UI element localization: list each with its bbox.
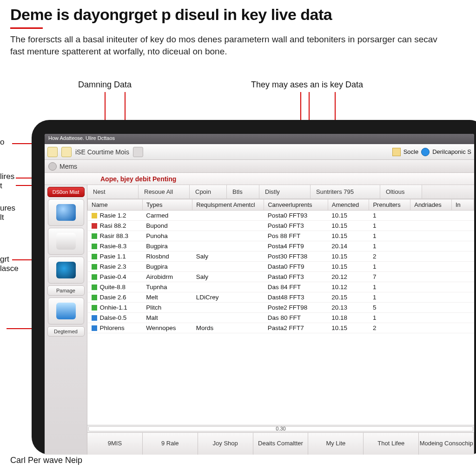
column-header[interactable]: Requlspment Amentcl xyxy=(192,199,264,211)
bottom-tab-mylite[interactable]: My Lite xyxy=(308,433,364,455)
table-row[interactable]: Onhie-1.1PlitchPoste2 FFT9820.135 xyxy=(88,303,474,313)
cell: 10.15 xyxy=(328,262,369,272)
cell: Post30 FFT38 xyxy=(264,251,328,262)
cell: Pasta0 FFT3 xyxy=(264,272,328,282)
column-header[interactable]: Types xyxy=(142,199,192,211)
cell xyxy=(451,303,474,313)
table-row[interactable]: Rasi 88.2BupondPosta0 FFT310.151 xyxy=(88,221,474,231)
cell xyxy=(410,211,452,221)
table-row[interactable]: Dalse-0.5MaltDas 80 FFT10.181 xyxy=(88,313,474,323)
cell xyxy=(192,262,264,272)
filter-btls[interactable]: Btls xyxy=(227,185,259,198)
gear-icon[interactable] xyxy=(48,162,57,171)
cell: 10.15 xyxy=(328,323,369,333)
filter-nest[interactable]: Nest xyxy=(87,185,139,198)
note-icon[interactable] xyxy=(392,148,401,156)
table-row[interactable]: Rasir 88.3PunohaPos 88 FFT10.151 xyxy=(88,231,474,241)
cell: 1 xyxy=(369,231,410,241)
cell xyxy=(451,313,474,323)
cell: Posta0 FFT3 xyxy=(264,221,328,231)
cell: Phlorens xyxy=(88,323,143,333)
column-header[interactable]: Amencted xyxy=(328,199,369,211)
cell: Pasta2 FFT7 xyxy=(264,323,328,333)
edge-label-2a: ures xyxy=(0,204,15,213)
cell xyxy=(192,241,264,251)
table-row[interactable]: Rasie 2.3BugpiraDasta0 FFT910.151 xyxy=(88,262,474,272)
bottom-tab-thot[interactable]: Thot Lifee xyxy=(364,433,419,455)
edge-label-0: o xyxy=(0,138,4,147)
cell: Poste2 FFT98 xyxy=(264,303,328,313)
filter-oltious[interactable]: Oltious xyxy=(380,185,422,198)
sidebar-btn-globe[interactable] xyxy=(48,199,84,226)
bottom-tab-deaits[interactable]: Deaits Comaltter xyxy=(253,433,309,455)
cell: Posta0 FFT93 xyxy=(264,211,328,221)
cell: Posta4 FFT9 xyxy=(264,241,328,251)
sidebar-btn-monitor[interactable] xyxy=(48,298,84,324)
tab-mems[interactable]: Mems xyxy=(60,163,77,170)
subheader: Aope, bjey debit Penting xyxy=(45,173,474,185)
cell: 7 xyxy=(369,272,410,282)
edge-label-3b: lasce xyxy=(0,264,19,273)
scroll-position: 0.30 xyxy=(276,426,285,431)
sidebar-btn-degtemed[interactable]: Degtemed xyxy=(47,326,85,337)
sidebar-btn-dsoon[interactable]: DS0on Miat xyxy=(47,187,85,197)
window-titlebar: How Adatteose. Ulire Dcttaos xyxy=(45,134,474,144)
cell: Rasir 88.3 xyxy=(88,231,143,241)
column-header[interactable]: In xyxy=(451,199,474,211)
table-row[interactable]: PhlorensWennopesMordsPasta2 FFT710.152 xyxy=(88,323,474,333)
column-header[interactable]: Canveerluprents xyxy=(264,199,328,211)
info-icon[interactable] xyxy=(421,148,430,156)
cell: 1 xyxy=(369,221,410,231)
cell xyxy=(192,313,264,323)
table-row[interactable]: Pasie-0.4AirobidrmSalyPasta0 FFT320.127 xyxy=(88,272,474,282)
table-row[interactable]: Rasie 1.2CarmedPosta0 FFT9310.151 xyxy=(88,211,474,221)
cell xyxy=(451,262,474,272)
bottom-tab-joyshop[interactable]: Joy Shop xyxy=(198,433,253,455)
table-row[interactable]: Pasie 1.1RlosbndSalyPost30 FFT3810.152 xyxy=(88,251,474,262)
cell xyxy=(192,282,264,292)
bottom-tab-9rale[interactable]: 9 Rale xyxy=(143,433,198,455)
callout-bottom: Carl Per wave Neip xyxy=(10,456,82,465)
main-panel: Nest Resoue All Cpoin Btls Distly Suntri… xyxy=(87,185,474,455)
cell xyxy=(451,251,474,262)
cell: Dasta0 FFT9 xyxy=(264,262,328,272)
edge-label-1a: lires xyxy=(0,172,14,181)
horizontal-scrollbar[interactable]: 0.30 xyxy=(87,425,474,432)
column-header[interactable]: Andriades xyxy=(410,199,452,211)
sidebar-btn-swirl[interactable] xyxy=(48,257,84,284)
table-row[interactable]: Dasie 2.6MeltLDiCreyDast48 FFT320.151 xyxy=(88,292,474,303)
filter-resoue-all[interactable]: Resoue All xyxy=(139,185,190,198)
cell xyxy=(410,303,452,313)
menubar-right-2[interactable]: Derilcaponic S xyxy=(432,148,471,155)
bottom-tab-9mis[interactable]: 9MIS xyxy=(87,433,143,455)
sidebar-btn-pamage[interactable]: Pamage xyxy=(47,285,85,296)
filterbar: Nest Resoue All Cpoin Btls Distly Suntri… xyxy=(87,185,474,199)
cell xyxy=(451,323,474,333)
document-icon[interactable] xyxy=(133,147,143,157)
app-icon[interactable] xyxy=(47,147,58,157)
filter-cpoin[interactable]: Cpoin xyxy=(190,185,227,198)
cell: Rasie 2.3 xyxy=(88,262,143,272)
table-row[interactable]: Rasie-8.3BugpiraPosta4 FFT920.141 xyxy=(88,241,474,251)
cell xyxy=(410,262,452,272)
filter-suntriters[interactable]: Suntriters 795 xyxy=(311,185,380,198)
menubar-right-1[interactable]: Socle xyxy=(403,148,419,155)
cell: 2 xyxy=(369,251,410,262)
cell: Pasie 1.1 xyxy=(88,251,143,262)
cell xyxy=(410,282,452,292)
sidebar-btn-link[interactable] xyxy=(48,228,84,255)
data-table-wrap: NameTypesRequlspment AmentclCanveerlupre… xyxy=(87,199,474,425)
cell: 1 xyxy=(369,282,410,292)
column-header[interactable]: Name xyxy=(88,199,143,211)
bottom-tab-modeing[interactable]: Modeing Consochip xyxy=(419,433,474,455)
cell: 5 xyxy=(369,303,410,313)
cell xyxy=(451,282,474,292)
cell: 20.13 xyxy=(328,303,369,313)
filter-distly[interactable]: Distly xyxy=(259,185,311,198)
menubar-item[interactable]: iSE Courtime Mois xyxy=(75,148,129,156)
folder-icon[interactable] xyxy=(61,147,72,157)
screen: How Adatteose. Ulire Dcttaos iSE Courtim… xyxy=(45,134,474,455)
table-row[interactable]: Quite-8.8TupnhaDas 84 FFT10.121 xyxy=(88,282,474,292)
column-header[interactable]: Prenulters xyxy=(369,199,410,211)
cell: Dalse-0.5 xyxy=(88,313,143,323)
